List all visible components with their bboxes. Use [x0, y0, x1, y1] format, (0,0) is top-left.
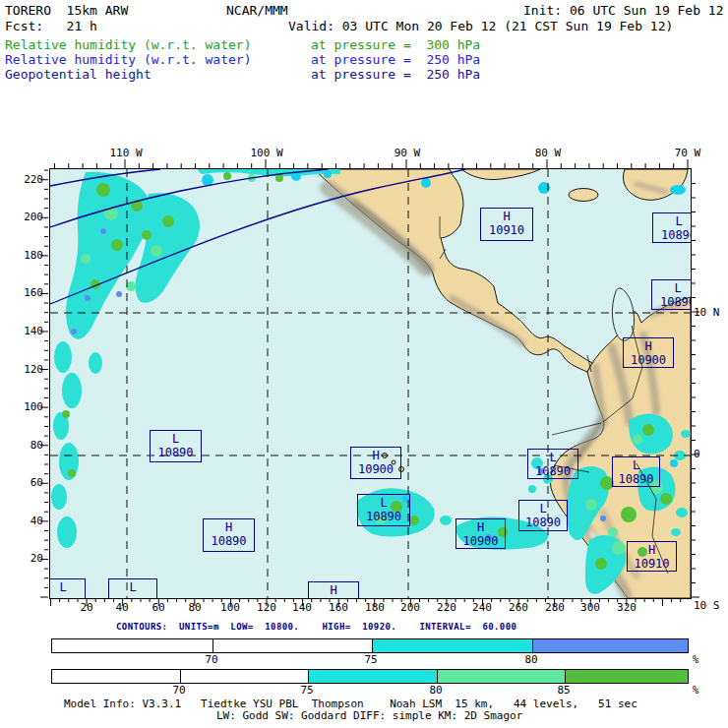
colorbar-tick-label: 80: [429, 685, 442, 697]
hl-marker: H10910: [480, 208, 533, 241]
hl-marker-layer: H10910L10890L10890H10900L10890H10900L108…: [50, 169, 691, 598]
colorbar-segment: [372, 639, 532, 652]
hl-marker-letter: L: [652, 281, 692, 295]
colorbar-segment: [308, 670, 437, 683]
colorbar-rh250: [51, 638, 689, 653]
bottom-axis-label: 120: [257, 602, 276, 614]
left-axis-label: 60: [14, 477, 43, 489]
bottom-axis-label: 140: [292, 602, 312, 614]
bottom-axis-label: 280: [545, 602, 565, 614]
left-axis-label: 40: [14, 516, 43, 527]
left-axis-label: 220: [14, 174, 43, 186]
right-axis-label: 10 S: [694, 600, 720, 612]
bottom-axis-label: 300: [580, 602, 600, 614]
colorbar-tick-label: %: [693, 654, 699, 666]
hl-marker-value: 10890: [653, 228, 692, 242]
hl-marker-letter: H: [309, 583, 358, 597]
colorbar-divider: [437, 670, 438, 683]
colorbar-tick-label: 75: [364, 654, 377, 666]
hl-marker-value: 10890: [652, 295, 692, 309]
colorbar-segment: [52, 639, 212, 652]
colorbar-divider: [372, 639, 373, 652]
colorbar-divider: [180, 670, 181, 683]
hl-marker-letter: L: [653, 214, 692, 228]
right-axis-label: 10 N: [694, 307, 720, 319]
hl-marker-value: 10900: [624, 353, 673, 367]
hl-marker-letter: H: [628, 543, 676, 557]
left-axis-label: 100: [14, 401, 43, 413]
hl-marker-letter: H: [456, 520, 505, 534]
colorbar-divider: [212, 639, 213, 652]
bottom-axis-label: 240: [472, 602, 492, 614]
model-name: TORERO 15km ARW: [5, 4, 128, 18]
colorbar-tick-label: 70: [172, 685, 185, 697]
colorbar-tick-label: 80: [524, 654, 537, 666]
top-axis-label: 110 W: [109, 148, 142, 159]
hl-marker-letter: L: [358, 496, 409, 510]
colorbar-segment: [52, 670, 180, 683]
left-axis-label: 200: [14, 212, 43, 223]
hl-marker-letter: L: [151, 432, 201, 446]
hl-marker-value: 10890: [358, 510, 409, 523]
hl-marker-letter: H: [624, 339, 673, 353]
hl-marker: L10890: [652, 212, 692, 243]
legend-level-height: at pressure = 250 hPa: [311, 68, 480, 82]
legend-level-rh250: at pressure = 250 hPa: [311, 53, 480, 67]
colorbar-segment: [532, 639, 688, 652]
bottom-axis-label: 220: [437, 602, 456, 614]
hl-marker: H10900: [623, 337, 674, 368]
colorbar-divider: [532, 639, 533, 652]
colorbar-segment: [212, 639, 372, 652]
top-axis-label: 80 W: [535, 148, 562, 159]
colorbar-divider: [308, 670, 309, 683]
hl-marker-value: 10890: [613, 472, 659, 486]
left-axis-label: 160: [14, 287, 43, 299]
bottom-axis-label: 40: [115, 602, 128, 614]
left-axis-label: 20: [14, 553, 43, 565]
left-axis-label: 140: [14, 326, 43, 337]
center-name: NCAR/MMM: [226, 4, 288, 18]
top-axis-label: 70 W: [675, 148, 701, 159]
colorbar-segment: [437, 670, 565, 683]
bottom-axis-label: 100: [220, 602, 240, 614]
hl-marker-letter: L: [109, 580, 156, 594]
hl-marker-letter: L: [613, 458, 659, 472]
colorbar-segment: [180, 670, 308, 683]
colorbar-tick-label: %: [693, 685, 699, 697]
hl-marker-letter: H: [351, 449, 400, 462]
hl-marker-letter: L: [49, 580, 85, 594]
bottom-axis-label: 180: [365, 602, 385, 614]
hl-marker-value: 10900: [456, 534, 505, 548]
colorbar-tick-label: 85: [557, 685, 570, 697]
colorbar-segment: [565, 670, 688, 683]
hl-marker-value: 10910: [628, 557, 676, 571]
hl-marker-letter: L: [519, 502, 567, 516]
hl-marker: L10890: [651, 279, 692, 310]
bottom-axis-label: 160: [329, 602, 348, 614]
hl-marker-letter: L: [528, 451, 577, 464]
legend-field-rh300: Relative humidity (w.r.t. water): [5, 38, 251, 52]
hl-marker: H10890: [203, 518, 255, 552]
colorbar-divider: [565, 670, 566, 683]
bottom-axis-label: 320: [617, 602, 637, 614]
legend-field-height: Geopotential height: [5, 68, 152, 82]
hl-marker: H10900: [455, 518, 506, 549]
hl-marker: H10910: [627, 541, 677, 572]
legend-field-rh250: Relative humidity (w.r.t. water): [5, 53, 251, 67]
weather-model-plot: TORERO 15km ARW NCAR/MMM Init: 06 UTC Su…: [0, 0, 728, 728]
bottom-axis-label: 260: [509, 602, 528, 614]
bottom-axis-label: 60: [152, 602, 164, 614]
hl-marker: H10900: [350, 447, 401, 479]
left-axis-label: 180: [14, 250, 43, 262]
colorbar-tick-label: 75: [300, 685, 313, 697]
hl-marker: L10890: [150, 430, 202, 462]
hl-marker-value: 10890: [528, 464, 577, 478]
colorbar-rh300: [51, 669, 689, 684]
hl-marker: L: [108, 578, 157, 599]
contour-info-line: CONTOURS: UNITS=m LOW= 10800. HIGH= 1092…: [116, 622, 516, 632]
top-axis-label: 90 W: [394, 148, 421, 159]
bottom-axis-label: 200: [400, 602, 420, 614]
hl-marker-value: 10900: [351, 462, 400, 476]
hl-marker-letter: H: [204, 520, 254, 534]
hl-marker-value: 10890: [151, 446, 201, 459]
